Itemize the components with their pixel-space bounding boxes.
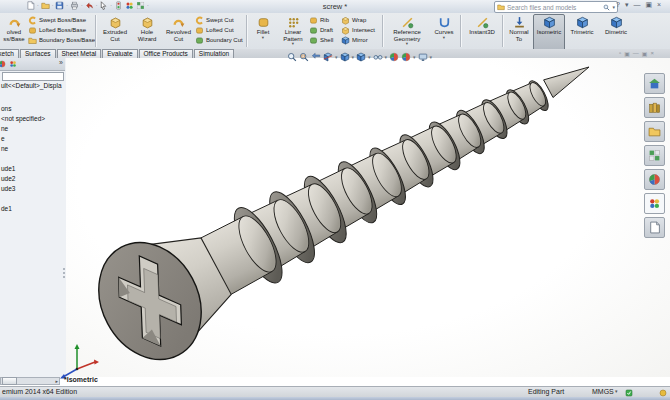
rib-button[interactable]: Rib [309, 16, 341, 25]
tree-item[interactable]: <not specified> [1, 116, 65, 123]
tree-item[interactable]: ons [1, 106, 65, 113]
file-explorer-tab[interactable] [644, 121, 665, 142]
units-dropdown-icon[interactable]: ▾ [615, 388, 618, 394]
dropdown-dot-icon[interactable]: · [52, 3, 54, 8]
dropdown-arrow-icon[interactable]: ▾ [335, 54, 338, 60]
view-orientation-icon[interactable] [340, 52, 350, 62]
lofted-boss-base-button[interactable]: Lofted Boss/Base [28, 26, 94, 35]
zoom-area-icon[interactable] [299, 52, 309, 62]
open-file-icon[interactable] [41, 1, 50, 10]
fillet-button[interactable]: Fillet▾ [249, 14, 277, 51]
display-style-icon[interactable] [356, 52, 366, 62]
dropdown-arrow-icon[interactable]: ▾ [385, 54, 388, 60]
doc-window-icon[interactable]: ▣ [642, 50, 648, 57]
appearance-icon[interactable] [125, 1, 134, 10]
search-dropdown-icon[interactable]: ▾ [612, 4, 615, 10]
normal-to-button[interactable]: NormalTo [505, 14, 533, 51]
view-isometric-button[interactable]: Isometric [533, 14, 565, 51]
tag-icon[interactable] [625, 389, 633, 397]
panel-splitter-grip[interactable] [62, 268, 65, 284]
tree-item[interactable]: ne [1, 146, 65, 153]
new-file-icon[interactable] [26, 1, 35, 10]
tree-item[interactable]: e [1, 136, 65, 143]
displaymanager-tab-icon[interactable] [9, 60, 17, 68]
doc-restore-icon[interactable]: ▣ [624, 50, 630, 57]
dropdown-dot-icon[interactable]: · [96, 3, 98, 8]
draft-button[interactable]: Draft [309, 26, 341, 35]
hole-wizard-button[interactable]: HoleWizard [132, 14, 162, 51]
units-selector[interactable]: MMGS [592, 388, 614, 395]
swept-boss-base-button[interactable]: Swept Boss/Base [28, 16, 94, 25]
tab-surfaces[interactable]: Surfaces [20, 49, 56, 58]
mirror-button[interactable]: Mirror [341, 36, 381, 45]
tab-evaluate[interactable]: Evaluate [102, 49, 137, 58]
tree-item[interactable]: ude2 [1, 176, 65, 183]
tab-office-products[interactable]: Office Products [139, 49, 193, 58]
tree-item[interactable]: ude3 [1, 186, 65, 193]
extruded-cut-button[interactable]: ExtrudedCut [98, 14, 132, 51]
instant3d-button[interactable]: Instant3D [463, 14, 501, 51]
intersect-button[interactable]: Intersect [341, 26, 381, 35]
dropdown-arrow-icon[interactable]: ▾ [443, 36, 445, 41]
search-scope-icon[interactable] [497, 3, 505, 11]
view-palette-tab[interactable] [644, 145, 665, 166]
zoom-fit-icon[interactable] [287, 52, 297, 62]
solidworks-resources-tab[interactable] [644, 73, 665, 94]
doc-minimize-icon[interactable]: ▫ [619, 50, 621, 57]
reference-geometry-button[interactable]: ReferenceGeometry▾ [385, 14, 429, 51]
previous-view-icon[interactable] [311, 52, 321, 62]
undo-icon[interactable] [85, 1, 94, 10]
curves-button[interactable]: Curves▾ [429, 14, 459, 51]
boundary-boss-base-button[interactable]: Boundary Boss/Base [28, 36, 94, 45]
dropdown-arrow-icon[interactable]: ▾ [406, 42, 408, 47]
dropdown-dot-icon[interactable]: · [147, 3, 149, 8]
rebuild-icon[interactable] [114, 1, 123, 10]
linear-pattern-button[interactable]: LinearPattern▾ [277, 14, 309, 51]
appearances-scenes-tab[interactable] [644, 169, 665, 190]
revolved-boss-base-button[interactable]: olvedss/Base [0, 14, 28, 51]
apply-scene-icon[interactable] [401, 52, 411, 62]
dropdown-arrow-icon[interactable]: ▾ [430, 54, 433, 60]
tree-item[interactable]: ne [1, 126, 65, 133]
tree-item[interactable]: ude1 [1, 166, 65, 173]
search-box[interactable]: Search files and models ▾ [494, 1, 618, 13]
help-icon[interactable]: ? [616, 1, 620, 9]
help-sphere-icon[interactable] [659, 389, 667, 397]
dropdown-arrow-icon[interactable]: ▾ [292, 42, 294, 47]
dropdown-dot-icon[interactable]: · [110, 3, 112, 8]
swept-cut-button[interactable]: Swept Cut [195, 16, 245, 25]
save-icon[interactable] [55, 1, 64, 10]
hide-show-items-icon[interactable] [373, 52, 383, 62]
search-input[interactable]: Search files and models [507, 4, 601, 11]
document-recovery-tab[interactable] [644, 217, 665, 238]
dropdown-dot-icon[interactable]: · [81, 3, 83, 8]
propertymanager-tab-icon[interactable] [0, 60, 6, 68]
doc-close-icon[interactable]: × [650, 50, 654, 57]
dropdown-arrow-icon[interactable]: ▾ [262, 36, 264, 41]
dropdown-arrow-icon[interactable]: ▾ [352, 54, 355, 60]
scrollbar-thumb[interactable] [2, 377, 17, 385]
dropdown-dot-icon[interactable]: · [66, 3, 68, 8]
lofted-cut-button[interactable]: Lofted Cut [195, 26, 245, 35]
graphics-viewport[interactable] [66, 58, 670, 377]
view-trimetric-button[interactable]: Trimetric [565, 14, 599, 51]
help-dropdown-icon[interactable]: ▾ [625, 1, 629, 9]
boundary-cut-button[interactable]: Boundary Cut [195, 36, 245, 45]
panel-horizontal-scrollbar[interactable]: ▸ [0, 377, 60, 385]
minimize-icon[interactable]: — [633, 1, 640, 9]
dropdown-arrow-icon[interactable]: ▾ [368, 54, 371, 60]
scrollbar-right-arrow[interactable]: ▸ [55, 378, 59, 384]
shell-button[interactable]: Shell [309, 36, 341, 45]
view-dimetric-button[interactable]: Dimetric [599, 14, 633, 51]
print-icon[interactable] [70, 1, 79, 10]
tab-sheet-metal[interactable]: Sheet Metal [57, 49, 102, 58]
doc-collapse-icon[interactable]: — [633, 50, 639, 57]
close-icon[interactable]: × [657, 1, 661, 9]
wrap-button[interactable]: Wrap [341, 16, 381, 25]
section-view-icon[interactable] [323, 52, 333, 62]
tab-simulation[interactable]: Simulation [194, 49, 234, 58]
tree-filter-input[interactable] [2, 72, 64, 81]
tree-item[interactable]: ult<<Default>_Displa [1, 83, 65, 90]
search-icon[interactable] [603, 4, 610, 11]
view-settings-icon[interactable] [418, 52, 428, 62]
